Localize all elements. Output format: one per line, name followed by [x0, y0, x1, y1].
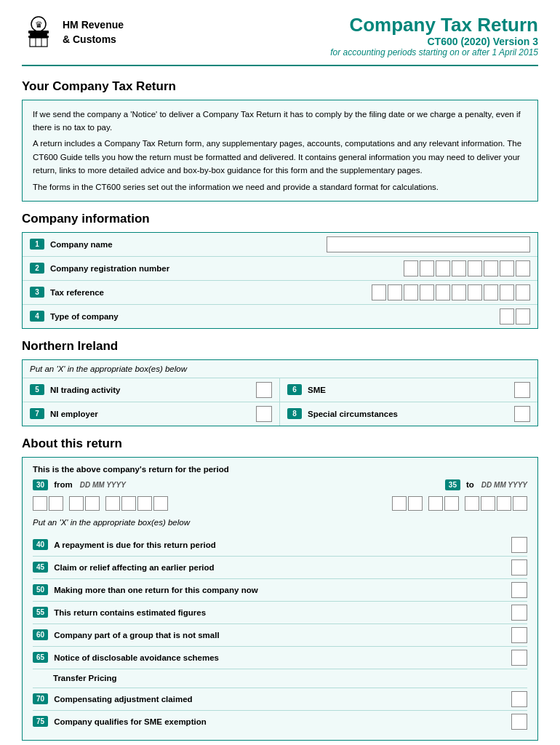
row-55: 55 This return contains estimated figure… — [33, 602, 527, 624]
tax-box-5[interactable] — [436, 284, 450, 300]
row-45-label: Claim or relief affecting an earlier per… — [54, 563, 511, 572]
from-placeholder: DD MM YYYY — [80, 481, 126, 489]
to-yyyy-4[interactable] — [513, 496, 527, 511]
to-mm-2[interactable] — [444, 496, 459, 511]
tax-box-3[interactable] — [404, 284, 418, 300]
field-num-40: 40 — [33, 539, 48, 550]
row-55-label: This return contains estimated figures — [54, 608, 511, 617]
from-yyyy-4[interactable] — [153, 496, 168, 511]
row-40-input[interactable] — [511, 537, 527, 553]
ni-employer-label: NI employer — [50, 410, 256, 418]
info-box: If we send the company a 'Notice' to del… — [22, 100, 538, 202]
tax-box-9[interactable] — [500, 284, 514, 300]
svg-rect-5 — [30, 38, 47, 47]
sme-label: SME — [308, 386, 514, 394]
from-mm-2[interactable] — [85, 496, 100, 511]
from-mm-1[interactable] — [69, 496, 84, 511]
to-mm-1[interactable] — [428, 496, 443, 511]
tax-ref-row: 3 Tax reference — [23, 281, 537, 305]
company-info-heading: Company information — [22, 212, 538, 226]
to-dd-2[interactable] — [408, 496, 423, 511]
ni-instruction: Put an 'X' in the appropriate box(es) be… — [23, 360, 537, 378]
info-line-2: A return includes a Company Tax Return f… — [33, 137, 527, 177]
company-name-input[interactable] — [327, 236, 530, 252]
transfer-pricing-label: Transfer Pricing — [53, 674, 527, 682]
tax-box-8[interactable] — [484, 284, 498, 300]
tax-box-6[interactable] — [452, 284, 466, 300]
special-circ-cell: 8 Special circumstances — [280, 402, 537, 426]
from-date-inputs — [33, 496, 168, 511]
svg-rect-3 — [30, 33, 47, 36]
field-num-1: 1 — [30, 239, 44, 250]
field-num-3: 3 — [30, 287, 44, 298]
row-55-input[interactable] — [511, 605, 527, 621]
row-60-label: Company part of a group that is not smal… — [54, 631, 511, 640]
ni-trading-input[interactable] — [256, 382, 272, 398]
tax-box-4[interactable] — [420, 284, 434, 300]
period-label-row: 30 from DD MM YYYY 35 to DD MM YYYY — [33, 479, 527, 490]
to-yyyy-2[interactable] — [481, 496, 495, 511]
from-yyyy-1[interactable] — [105, 496, 120, 511]
period-to-area: 35 to DD MM YYYY — [445, 479, 527, 490]
your-return-heading: Your Company Tax Return — [22, 79, 538, 94]
reg-box-6[interactable] — [484, 260, 498, 276]
sme-input[interactable] — [514, 382, 530, 398]
row-45-input[interactable] — [511, 559, 527, 575]
row-60: 60 Company part of a group that is not s… — [33, 624, 527, 647]
field-num-6: 6 — [287, 384, 302, 395]
row-70-input[interactable] — [511, 691, 527, 707]
reg-box-3[interactable] — [436, 260, 450, 276]
company-reg-inputs — [404, 260, 530, 276]
tax-box-1[interactable] — [372, 284, 386, 300]
tax-box-7[interactable] — [468, 284, 482, 300]
row-65: 65 Notice of disclosable avoidance schem… — [33, 647, 527, 669]
ni-grid: 5 NI trading activity 6 SME 7 NI employe… — [23, 378, 537, 426]
ni-employer-cell: 7 NI employer — [23, 402, 280, 426]
from-yyyy-2[interactable] — [121, 496, 136, 511]
row-50-input[interactable] — [511, 582, 527, 598]
row-40-label: A repayment is due for this return perio… — [54, 541, 511, 549]
special-circ-input[interactable] — [514, 406, 530, 422]
reg-box-5[interactable] — [468, 260, 482, 276]
to-yyyy-1[interactable] — [465, 496, 479, 511]
field-num-45: 45 — [33, 562, 48, 573]
field-num-35: 35 — [445, 479, 460, 490]
type-company-inputs — [500, 308, 530, 324]
cross-instruction: Put an 'X' in the appropriate box(es) be… — [33, 518, 527, 527]
reg-box-8[interactable] — [516, 260, 530, 276]
period-from-area: 30 from DD MM YYYY — [33, 479, 126, 490]
company-name-row: 1 Company name — [23, 233, 537, 257]
reg-box-4[interactable] — [452, 260, 466, 276]
row-65-input[interactable] — [511, 650, 527, 666]
field-num-30: 30 — [33, 479, 48, 490]
to-dd-1[interactable] — [392, 496, 407, 511]
reg-box-2[interactable] — [420, 260, 434, 276]
field-num-75: 75 — [33, 716, 48, 727]
from-yyyy-3[interactable] — [137, 496, 152, 511]
to-date-inputs — [392, 496, 527, 511]
sme-cell: 6 SME — [280, 378, 537, 402]
reg-box-1[interactable] — [404, 260, 418, 276]
row-50-label: Making more than one return for this com… — [54, 586, 511, 594]
tax-box-2[interactable] — [388, 284, 402, 300]
ni-employer-input[interactable] — [256, 406, 272, 422]
type-box-1[interactable] — [500, 308, 514, 324]
row-75-input[interactable] — [511, 714, 527, 730]
hmrc-crest-icon: ♛ — [22, 15, 55, 51]
from-dd-1[interactable] — [33, 496, 47, 511]
svg-text:♛: ♛ — [35, 20, 43, 30]
type-box-2[interactable] — [516, 308, 530, 324]
reg-box-7[interactable] — [500, 260, 514, 276]
field-num-55: 55 — [33, 607, 48, 618]
field-num-8: 8 — [287, 408, 302, 419]
tax-box-10[interactable] — [516, 284, 530, 300]
form-subtitle2: for accounting periods starting on or af… — [330, 47, 538, 57]
to-yyyy-3[interactable] — [497, 496, 511, 511]
tax-ref-label: Tax reference — [50, 288, 372, 297]
row-50: 50 Making more than one return for this … — [33, 579, 527, 602]
ni-trading-label: NI trading activity — [50, 386, 256, 394]
from-dd-2[interactable] — [49, 496, 63, 511]
row-60-input[interactable] — [511, 627, 527, 643]
logo-area: ♛ HM Revenue & Customs — [22, 15, 124, 51]
logo-text: HM Revenue & Customs — [63, 18, 124, 47]
